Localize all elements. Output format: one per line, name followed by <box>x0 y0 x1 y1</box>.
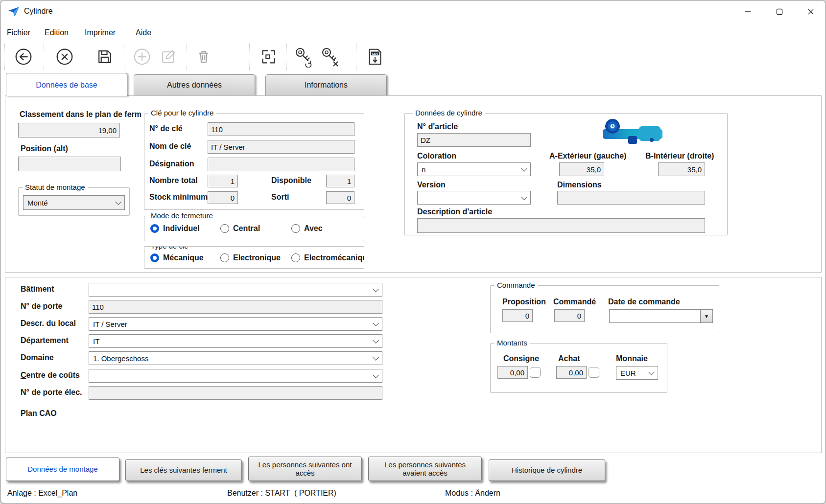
a-exterieur-field[interactable] <box>559 162 604 176</box>
radio-mecanique[interactable]: Mécanique <box>150 253 204 262</box>
achat-field[interactable] <box>556 366 587 379</box>
btab-cles-suivantes-ferment[interactable]: Les clés suivantes ferment <box>125 459 242 481</box>
coloration-value: n <box>422 165 522 174</box>
nom-cle-field[interactable] <box>208 140 354 154</box>
tab-donnees-de-base[interactable]: Données de base <box>6 73 127 96</box>
dimensions-field[interactable] <box>557 191 705 205</box>
description-article-field[interactable] <box>417 218 705 233</box>
toolbar-separator <box>85 44 86 70</box>
consigne-more-button[interactable] <box>530 367 541 378</box>
back-button[interactable] <box>12 46 35 68</box>
no-article-field[interactable] <box>417 133 531 147</box>
menu-edition[interactable]: Edition <box>45 25 69 41</box>
b-interieur-field[interactable] <box>658 162 705 176</box>
toolbar-separator <box>286 44 287 70</box>
key-link-icon <box>293 46 314 68</box>
radio-dot <box>291 253 300 262</box>
stock-min-field[interactable] <box>208 191 238 204</box>
toolbar-separator <box>4 44 5 70</box>
minimize-button[interactable] <box>732 0 763 23</box>
domaine-label: Domaine <box>21 353 54 362</box>
close-button[interactable] <box>796 0 826 23</box>
radio-individuel[interactable]: Individuel <box>150 224 200 233</box>
no-cle-field[interactable] <box>208 122 354 136</box>
cle-group-legend: Clé pour le cylindre <box>148 109 216 117</box>
batiment-select[interactable] <box>89 283 382 297</box>
statut-montage-legend: Statut de montage <box>23 183 88 191</box>
disponible-field[interactable] <box>326 175 354 187</box>
key-unlink-button[interactable] <box>319 46 341 68</box>
radio-label: Mécanique <box>163 253 204 262</box>
save-icon <box>95 47 115 67</box>
coloration-select[interactable]: n <box>417 162 531 176</box>
plan-cao-label: Plan CAO <box>21 409 57 418</box>
proposition-field[interactable] <box>502 309 533 322</box>
no-porte-elec-field[interactable] <box>89 386 382 400</box>
montants-legend: Montants <box>495 339 530 347</box>
app-logo-icon <box>7 5 20 18</box>
save-button[interactable] <box>94 46 116 68</box>
classement-field[interactable] <box>18 123 120 137</box>
radio-dot <box>220 224 229 233</box>
consigne-field[interactable] <box>497 366 528 379</box>
cle-group: Clé pour le cylindre N° de clé Nom de cl… <box>144 113 364 210</box>
menu-fichier[interactable]: Fichier <box>7 25 30 41</box>
chevron-down-icon <box>373 320 379 326</box>
radio-avec[interactable]: Avec <box>291 224 323 233</box>
btab-historique-cylindre[interactable]: Historique de cylindre <box>489 459 605 481</box>
btab-label: Historique de cylindre <box>512 466 582 474</box>
date-commande-select[interactable]: ▼ <box>609 309 713 323</box>
delete-button[interactable] <box>192 46 215 68</box>
monnaie-select[interactable]: EUR <box>616 366 658 380</box>
radio-electromecanique[interactable]: Electromécanique <box>291 253 364 262</box>
tab-informations[interactable]: Informations <box>265 74 387 95</box>
radio-electronique[interactable]: Electronique <box>220 253 281 262</box>
no-cle-label: N° de clé <box>149 124 183 133</box>
descr-local-value: IT / Server <box>93 320 374 328</box>
radio-dot <box>150 253 159 262</box>
achat-more-button[interactable] <box>589 367 599 378</box>
cancel-button[interactable] <box>53 46 76 68</box>
domaine-select[interactable]: 1. Obergeschoss <box>89 351 382 365</box>
toolbar: CSV <box>0 42 826 72</box>
menu-imprimer[interactable]: Imprimer <box>85 25 116 41</box>
floor-plan-icon <box>258 46 279 67</box>
status-modus: Modus : Ändern <box>445 489 500 498</box>
add-button[interactable] <box>131 46 153 68</box>
tab-autres-donnees[interactable]: Autres données <box>134 74 255 95</box>
descr-local-select[interactable]: IT / Server <box>89 317 382 331</box>
btab-label: Les personnes suivantes ont accès <box>253 460 357 478</box>
commande-field[interactable] <box>554 309 585 322</box>
radio-central[interactable]: Central <box>220 224 260 233</box>
status-anlage: Anlage : Excel_Plan <box>7 489 77 498</box>
btab-personnes-ont-acces[interactable]: Les personnes suivantes ont accès <box>248 457 362 481</box>
key-link-button[interactable] <box>292 46 315 68</box>
departement-select[interactable]: IT <box>89 334 382 348</box>
edit-button[interactable] <box>157 46 180 68</box>
menu-aide[interactable]: Aide <box>136 25 151 41</box>
no-porte-elec-label: N° de porte élec. <box>21 388 82 397</box>
radio-dot <box>291 224 300 233</box>
add-icon <box>132 46 152 67</box>
dropdown-arrow-button[interactable]: ▼ <box>700 310 712 322</box>
radio-label: Central <box>233 224 260 233</box>
maximize-button[interactable] <box>764 0 795 23</box>
centre-couts-select[interactable] <box>89 369 382 383</box>
coloration-label: Coloration <box>417 152 456 160</box>
btab-personnes-avaient-acces[interactable]: Les personnes suivantes avaient accès <box>368 457 482 481</box>
csv-export-icon: CSV <box>365 46 385 67</box>
position-alt-field[interactable] <box>18 157 121 171</box>
position-alt-label: Position (alt) <box>21 144 68 153</box>
nombre-total-field[interactable] <box>208 175 238 187</box>
achat-label: Achat <box>558 354 580 363</box>
type-cle-legend: Type de clé <box>148 246 191 250</box>
statut-montage-select[interactable]: Monté <box>23 195 125 210</box>
designation-field[interactable] <box>208 158 354 171</box>
version-select[interactable] <box>417 191 531 205</box>
btab-donnees-de-montage[interactable]: Données de montage <box>6 458 119 481</box>
no-porte-field[interactable] <box>89 300 382 314</box>
sorti-field[interactable] <box>326 191 354 204</box>
floor-plan-button[interactable] <box>257 46 280 68</box>
csv-export-button[interactable]: CSV <box>364 46 386 68</box>
no-article-label: N° d'article <box>417 122 458 131</box>
